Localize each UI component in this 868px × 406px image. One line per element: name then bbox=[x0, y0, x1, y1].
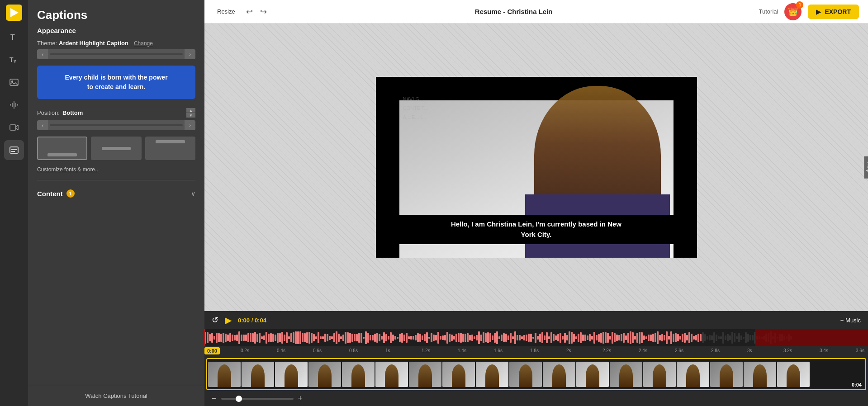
position-row: Position: Bottom ▲ ▼ bbox=[37, 108, 195, 118]
strip-thumb-15 bbox=[710, 362, 743, 387]
strip-thumb-0 bbox=[208, 362, 241, 387]
sidebar-item-captions-text[interactable]: Tᵧ bbox=[4, 50, 24, 70]
position-middle-thumb[interactable] bbox=[91, 137, 141, 160]
waveform-bar-149 bbox=[541, 332, 543, 343]
waveform-bar-67 bbox=[356, 334, 358, 342]
playhead bbox=[204, 329, 205, 346]
waveform-bar-77 bbox=[379, 334, 380, 341]
waveform-bar-169 bbox=[587, 335, 588, 340]
sidebar-item-text[interactable]: T bbox=[4, 27, 24, 47]
theme-label: Theme: bbox=[37, 40, 57, 47]
app-logo[interactable] bbox=[6, 5, 22, 21]
strip-thumb-5 bbox=[375, 362, 408, 387]
position-bottom-thumb[interactable] bbox=[37, 137, 87, 160]
tutorial-link[interactable]: Tutorial bbox=[759, 8, 778, 15]
position-down-btn[interactable]: ▼ bbox=[186, 113, 195, 118]
zoom-in-button[interactable]: + bbox=[298, 394, 303, 403]
video-strip[interactable]: // Generate strip thumbs const strip = d… bbox=[206, 358, 866, 390]
pos-scroll-left-btn[interactable]: ‹ bbox=[37, 120, 48, 130]
waveform-bar-9 bbox=[225, 334, 227, 342]
pos-scroll-right-btn[interactable]: › bbox=[185, 120, 195, 130]
change-link[interactable]: Change bbox=[134, 40, 153, 47]
time-display: 0:00 / 0:04 bbox=[238, 317, 266, 324]
export-button[interactable]: ▶ EXPORT bbox=[808, 5, 859, 19]
waveform-bar-6 bbox=[218, 333, 220, 342]
waveform-bar-185 bbox=[623, 333, 625, 343]
waveform-bar-154 bbox=[553, 334, 555, 341]
waveform-bar-193 bbox=[641, 332, 643, 343]
waveform-bar-229 bbox=[722, 332, 724, 343]
watch-tutorial-link[interactable]: Watch Captions Tutorial bbox=[85, 392, 147, 399]
waveform-bar-127 bbox=[492, 335, 493, 340]
strip-thumb-13 bbox=[643, 362, 676, 387]
sidebar-item-video[interactable] bbox=[4, 118, 24, 137]
waveform-bar-184 bbox=[621, 334, 622, 341]
strip-thumb-2 bbox=[275, 362, 308, 387]
appearance-section-title: Appearance bbox=[37, 27, 195, 34]
canvas-area: NAVI G... CONTE T... A... E... I... Hell… bbox=[204, 24, 868, 311]
waveform-bar-122 bbox=[480, 335, 482, 340]
waveform-bar-242 bbox=[752, 335, 754, 340]
waveform-bar-99 bbox=[428, 337, 430, 339]
strip-thumb-12 bbox=[610, 362, 642, 387]
waveform-bar-180 bbox=[612, 332, 613, 344]
scroll-right-btn[interactable]: › bbox=[185, 49, 195, 59]
waveform-bar-91 bbox=[410, 336, 412, 340]
position-up-btn[interactable]: ▲ bbox=[186, 108, 195, 113]
sidebar-item-subtitles[interactable] bbox=[4, 140, 24, 160]
strip-thumb-17 bbox=[777, 362, 810, 387]
sidebar-item-audio[interactable] bbox=[4, 95, 24, 115]
svg-text:T: T bbox=[10, 33, 15, 41]
waveform-bar-139 bbox=[519, 335, 521, 340]
waveform-bar-156 bbox=[557, 334, 559, 342]
waveform-bar-126 bbox=[489, 333, 491, 343]
waveform-bar-78 bbox=[381, 336, 383, 340]
waveform-bar-10 bbox=[227, 335, 229, 340]
content-section-header[interactable]: Content 1 ∨ bbox=[37, 185, 195, 202]
help-tab[interactable]: Help bbox=[864, 156, 868, 179]
waveform-bar-94 bbox=[417, 333, 419, 342]
zoom-handle[interactable] bbox=[236, 396, 242, 402]
waveform-bar-137 bbox=[514, 331, 516, 344]
waveform-bar-163 bbox=[573, 334, 575, 342]
waveform-bar-148 bbox=[539, 334, 541, 342]
waveform-bar-86 bbox=[399, 334, 401, 342]
zoom-out-button[interactable]: − bbox=[212, 394, 217, 403]
waveform-bar-124 bbox=[485, 333, 487, 343]
waveform-bar-171 bbox=[591, 336, 593, 340]
waveform-bar-23 bbox=[256, 334, 258, 341]
ruler-marker-12: 1.2s bbox=[422, 348, 430, 353]
reset-button[interactable]: ↺ bbox=[212, 315, 218, 325]
position-value: Bottom bbox=[62, 109, 83, 116]
resize-button[interactable]: Resize bbox=[213, 6, 239, 17]
content-header-left: Content 1 bbox=[37, 189, 75, 198]
customize-link[interactable]: Customize fonts & more.. bbox=[37, 166, 195, 173]
undo-button[interactable]: ↩ bbox=[244, 5, 255, 19]
position-top-thumb[interactable] bbox=[145, 137, 195, 160]
waveform-bar-75 bbox=[374, 334, 376, 342]
waveform-bar-177 bbox=[605, 332, 607, 343]
waveform-bar-114 bbox=[462, 334, 464, 342]
caption-preview: Every child is born with the power to cr… bbox=[37, 66, 195, 99]
waveform-bar-15 bbox=[238, 331, 240, 344]
waveform-bar-45 bbox=[306, 332, 308, 343]
waveform-bar-69 bbox=[360, 333, 362, 343]
waveform-bar-129 bbox=[496, 331, 498, 344]
music-button[interactable]: + Music bbox=[840, 317, 861, 324]
crown-button[interactable]: 👑 1 bbox=[784, 3, 802, 20]
redo-button[interactable]: ↪ bbox=[258, 5, 269, 19]
play-button[interactable]: ▶ bbox=[225, 315, 232, 326]
waveform-bar-52 bbox=[322, 336, 324, 339]
waveform-bar-89 bbox=[406, 333, 408, 343]
ruler-marker-26: 2.6s bbox=[675, 348, 683, 353]
sidebar-item-image[interactable] bbox=[4, 72, 24, 92]
waveform-bar-120 bbox=[476, 335, 478, 341]
waveform-bar-70 bbox=[363, 337, 365, 339]
waveform-bar-87 bbox=[401, 333, 403, 343]
zoom-slider[interactable] bbox=[221, 398, 294, 400]
waveform-bar-8 bbox=[223, 333, 224, 342]
waveform-bar-192 bbox=[639, 332, 640, 344]
scroll-left-btn[interactable]: ‹ bbox=[37, 49, 48, 59]
waveform-bar-28 bbox=[268, 334, 270, 342]
waveform-bar-39 bbox=[293, 332, 294, 343]
